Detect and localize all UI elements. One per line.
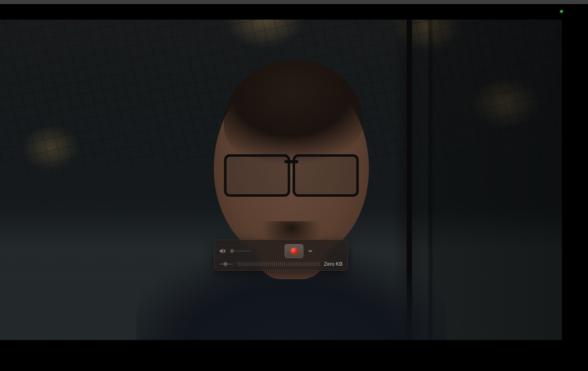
camera-led-indicator: [560, 10, 563, 13]
camera-preview: Zero KB: [0, 20, 562, 340]
options-dropdown-button[interactable]: [307, 248, 313, 254]
file-size-label: Zero KB: [324, 261, 343, 267]
record-icon: [291, 248, 297, 254]
recording-controls-bottom-row: Zero KB: [219, 261, 343, 267]
window-body: Zero KB: [0, 4, 588, 371]
preview-subject: [161, 59, 422, 340]
recording-controls: Zero KB: [214, 240, 348, 271]
app-window: Zero KB: [0, 0, 588, 371]
volume-slider[interactable]: [230, 248, 251, 254]
volume-muted-icon[interactable]: [219, 248, 226, 254]
recording-controls-top-row: [219, 244, 343, 258]
mic-level-slider[interactable]: [219, 261, 233, 267]
titlebar[interactable]: [0, 0, 588, 4]
audio-level-meter: [237, 262, 320, 266]
record-button[interactable]: [285, 244, 303, 258]
